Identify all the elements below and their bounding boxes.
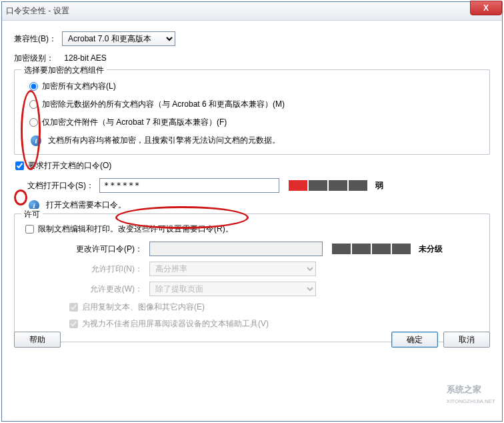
radio-except-meta[interactable] <box>29 100 38 109</box>
change-pw-label: 更改许可口令(P)： <box>69 244 143 255</box>
radio-encrypt-all[interactable] <box>29 82 38 91</box>
radio-except-meta-label: 加密除元数据外的所有文档内容（与 Acrobat 6 和更高版本兼容）(M) <box>42 99 285 110</box>
watermark-brand: 系统之家 <box>447 384 481 394</box>
titlebar: 口令安全性 - 设置 X <box>2 2 502 21</box>
strength-seg-4 <box>349 180 367 191</box>
radio-encrypt-all-label: 加密所有文档内容(L) <box>42 81 116 92</box>
enc-level-label: 加密级别： <box>14 53 54 63</box>
encrypt-group: 选择要加密的文档组件 加密所有文档内容(L) 加密除元数据外的所有文档内容（与 … <box>14 69 490 155</box>
help-button[interactable]: 帮助 <box>14 332 61 348</box>
ok-button[interactable]: 确定 <box>391 332 438 348</box>
restrict-row: 限制文档编辑和打印。改变这些许可设置需要口令(R)。 <box>25 224 481 235</box>
open-pw-strength: 弱 <box>289 180 383 191</box>
radio-attach-only[interactable] <box>29 118 38 127</box>
close-icon: X <box>483 3 489 13</box>
encrypt-group-legend: 选择要加密的文档组件 <box>21 65 107 76</box>
open-pw-input[interactable] <box>99 178 279 193</box>
allow-change-row: 允许更改(W)： 除了提取页面 <box>69 282 481 296</box>
dialog-window: 口令安全性 - 设置 X 兼容性(B)： Acrobat 7.0 和更高版本 加… <box>1 1 503 422</box>
enable-screenreader-checkbox[interactable] <box>69 320 78 328</box>
info-icon: i <box>31 135 41 146</box>
content-area: 兼容性(B)： Acrobat 7.0 和更高版本 加密级别： 128-bit … <box>2 21 502 354</box>
strength-seg-2 <box>309 180 327 191</box>
enable-screenreader-label: 为视力不佳者启用屏幕阅读器设备的文本辅助工具(V) <box>82 318 269 330</box>
open-pw-row: 文档打开口令(S)： 弱 <box>27 178 490 193</box>
enable-copy-checkbox[interactable] <box>69 303 78 312</box>
enable-copy-row: 启用复制文本、图像和其它内容(E) <box>69 302 481 313</box>
change-pw-input[interactable] <box>149 242 323 256</box>
radio-all-row: 加密所有文档内容(L) <box>29 81 481 92</box>
compat-select[interactable]: Acrobat 7.0 和更高版本 <box>62 31 175 46</box>
allow-print-label: 允许打印(N)： <box>69 264 143 275</box>
footer-right: 确定 取消 <box>391 332 490 348</box>
watermark: 系统之家 XITONGZHIJIA.NET <box>447 384 495 405</box>
strength-seg-1 <box>289 180 307 191</box>
strength-seg-3 <box>329 180 347 191</box>
allow-print-select[interactable]: 高分辨率 <box>149 262 316 276</box>
require-open-pw-label: 要求打开文档的口令(O) <box>28 160 111 171</box>
footer: 帮助 确定 取消 <box>14 332 490 348</box>
strength-text: 弱 <box>375 180 383 191</box>
compat-row: 兼容性(B)： Acrobat 7.0 和更高版本 <box>14 31 490 46</box>
radio-attach-only-row: 仅加密文件附件（与 Acrobat 7 和更高版本兼容）(F) <box>29 117 481 128</box>
strength-seg-3 <box>372 244 391 254</box>
open-pw-info-row: i 打开文档需要本口令。 <box>29 199 490 211</box>
allow-change-select[interactable]: 除了提取页面 <box>149 282 316 296</box>
enc-level-value: 128-bit AES <box>64 53 106 63</box>
restrict-label: 限制文档编辑和打印。改变这些许可设置需要口令(R)。 <box>38 224 233 235</box>
open-pw-info-text: 打开文档需要本口令。 <box>46 199 126 211</box>
require-open-pw-checkbox[interactable] <box>15 161 24 170</box>
change-pw-row: 更改许可口令(P)： 未分级 <box>69 242 481 256</box>
change-pw-strength: 未分级 <box>332 244 443 255</box>
permission-legend: 许可 <box>21 209 43 220</box>
close-button[interactable]: X <box>470 1 502 15</box>
allow-change-label: 允许更改(W)： <box>69 284 143 295</box>
encrypt-info-text: 文档所有内容均将被加密，且搜索引擎将无法访问文档的元数据。 <box>48 135 280 146</box>
strength-seg-4 <box>392 244 411 254</box>
allow-print-row: 允许打印(N)： 高分辨率 <box>69 262 481 276</box>
radio-except-meta-row: 加密除元数据外的所有文档内容（与 Acrobat 6 和更高版本兼容）(M) <box>29 99 481 110</box>
cancel-button[interactable]: 取消 <box>443 332 490 348</box>
radio-attach-only-label: 仅加密文件附件（与 Acrobat 7 和更高版本兼容）(F) <box>42 117 227 128</box>
open-pw-label: 文档打开口令(S)： <box>27 180 94 191</box>
enable-screenreader-row: 为视力不佳者启用屏幕阅读器设备的文本辅助工具(V) <box>69 318 481 330</box>
permission-group: 许可 限制文档编辑和打印。改变这些许可设置需要口令(R)。 更改许可口令(P)：… <box>14 214 490 342</box>
strength-seg-2 <box>352 244 371 254</box>
enable-copy-label: 启用复制文本、图像和其它内容(E) <box>82 302 205 313</box>
restrict-checkbox[interactable] <box>25 225 34 234</box>
window-title: 口令安全性 - 设置 <box>6 5 69 17</box>
open-pw-check-row: 要求打开文档的口令(O) <box>15 160 490 171</box>
annotation-ellipse <box>14 189 27 205</box>
watermark-url: XITONGZHIJIA.NET <box>447 398 495 404</box>
encrypt-info-row: i 文档所有内容均将被加密，且搜索引擎将无法访问文档的元数据。 <box>31 135 481 146</box>
enc-level-row: 加密级别： 128-bit AES <box>14 53 490 64</box>
change-pw-strength-text: 未分级 <box>419 244 443 255</box>
strength-seg-1 <box>332 244 351 254</box>
compat-label: 兼容性(B)： <box>14 33 57 45</box>
